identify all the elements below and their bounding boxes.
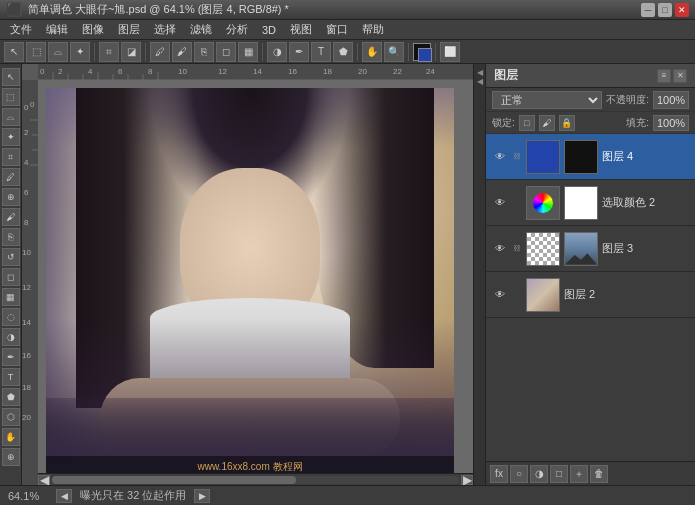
- tool-rect-select[interactable]: ⬚: [2, 88, 20, 106]
- layer-group-btn[interactable]: □: [550, 465, 568, 483]
- tool-arrow[interactable]: ↖: [4, 42, 24, 62]
- scrollbar-track-h[interactable]: [52, 476, 459, 484]
- layer-fx-btn[interactable]: fx: [490, 465, 508, 483]
- opacity-input[interactable]: 100%: [653, 91, 689, 109]
- tool-crop[interactable]: ⌗: [99, 42, 119, 62]
- menu-3d[interactable]: 3D: [256, 22, 282, 38]
- tool-marquee[interactable]: ⬚: [26, 42, 46, 62]
- menu-help[interactable]: 帮助: [356, 20, 390, 39]
- tool-crop-side[interactable]: ⌗: [2, 148, 20, 166]
- tool-zoom[interactable]: 🔍: [384, 42, 404, 62]
- menu-analyze[interactable]: 分析: [220, 20, 254, 39]
- scrollbar-thumb-h[interactable]: [52, 476, 296, 484]
- lock-transparent-btn[interactable]: □: [519, 115, 535, 131]
- menu-file[interactable]: 文件: [4, 20, 38, 39]
- svg-text:0: 0: [30, 100, 35, 109]
- layers-list[interactable]: 👁 ⛓ 图层 4 👁: [486, 134, 695, 461]
- layer-delete-btn[interactable]: 🗑: [590, 465, 608, 483]
- tool-blur[interactable]: ◌: [2, 308, 20, 326]
- layer-name-2: 图层 2: [564, 287, 689, 302]
- lock-position-btn[interactable]: 🔒: [559, 115, 575, 131]
- status-bar: 64.1% ◀ 曝光只在 32 位起作用 ▶: [0, 485, 695, 505]
- svg-text:2: 2: [58, 67, 63, 76]
- menu-edit[interactable]: 编辑: [40, 20, 74, 39]
- menu-image[interactable]: 图像: [76, 20, 110, 39]
- layer-link-3: ⛓: [512, 241, 522, 257]
- tool-screen-mode[interactable]: ⬜: [440, 42, 460, 62]
- layer-item-4[interactable]: 👁 ⛓ 图层 4: [486, 134, 695, 180]
- tool-eraser-side[interactable]: ◻: [2, 268, 20, 286]
- layer-eye-4[interactable]: 👁: [492, 149, 508, 165]
- layers-panel: 图层 ≡ ✕ 正常 不透明度: 100% 锁定: □ 🖌 🔒 填充:: [485, 64, 695, 485]
- status-left-btn[interactable]: ◀: [56, 489, 72, 503]
- tool-clone-side[interactable]: ⎘: [2, 228, 20, 246]
- h-scrollbar[interactable]: ◀ ▶: [38, 473, 473, 485]
- tool-dodge-side[interactable]: ◑: [2, 328, 20, 346]
- layer-eye-selective[interactable]: 👁: [492, 195, 508, 211]
- layer-adjustment-btn[interactable]: ◑: [530, 465, 548, 483]
- panel-collapse[interactable]: ◀◀: [473, 64, 485, 485]
- tool-magic-wand[interactable]: ✦: [70, 42, 90, 62]
- tool-shape-side[interactable]: ⬡: [2, 408, 20, 426]
- tool-brush[interactable]: 🖌: [172, 42, 192, 62]
- panel-close-btn[interactable]: ✕: [673, 69, 687, 83]
- svg-text:6: 6: [118, 67, 123, 76]
- tool-eraser[interactable]: ◻: [216, 42, 236, 62]
- layer-item-3[interactable]: 👁 ⛓ 图层 3: [486, 226, 695, 272]
- maximize-button[interactable]: □: [658, 3, 672, 17]
- tool-brush-side[interactable]: 🖌: [2, 208, 20, 226]
- scroll-left-btn[interactable]: ◀: [38, 475, 50, 485]
- layer-eye-2[interactable]: 👁: [492, 287, 508, 303]
- tool-magic-wand-side[interactable]: ✦: [2, 128, 20, 146]
- tool-pen[interactable]: ✒: [289, 42, 309, 62]
- layer-item-selective-color[interactable]: 👁 选取颜色 2: [486, 180, 695, 226]
- tool-gradient[interactable]: ▦: [238, 42, 258, 62]
- tool-move[interactable]: ↖: [2, 68, 20, 86]
- tool-lasso[interactable]: ⌓: [48, 42, 68, 62]
- canvas-wrapper[interactable]: www.16xx8.com 教程网: [38, 80, 473, 485]
- layer-thumb-4: [526, 140, 560, 174]
- layers-panel-header: 图层 ≡ ✕: [486, 64, 695, 88]
- layer-mask-4: [564, 140, 598, 174]
- menu-layer[interactable]: 图层: [112, 20, 146, 39]
- collapse-indicator[interactable]: ◀◀: [475, 68, 484, 86]
- svg-text:0: 0: [40, 67, 45, 76]
- scroll-right-btn[interactable]: ▶: [461, 475, 473, 485]
- lock-pixels-btn[interactable]: 🖌: [539, 115, 555, 131]
- tool-gradient-side[interactable]: ▦: [2, 288, 20, 306]
- fill-input[interactable]: [653, 115, 689, 131]
- tool-history[interactable]: ↺: [2, 248, 20, 266]
- tool-slice[interactable]: ◪: [121, 42, 141, 62]
- tool-text-side[interactable]: T: [2, 368, 20, 386]
- tool-eyedropper[interactable]: 🖊: [150, 42, 170, 62]
- layer-name-4: 图层 4: [602, 149, 689, 164]
- foreground-color[interactable]: [413, 43, 431, 61]
- status-right-btn[interactable]: ▶: [194, 489, 210, 503]
- menu-filter[interactable]: 滤镜: [184, 20, 218, 39]
- layer-new-btn[interactable]: ＋: [570, 465, 588, 483]
- tool-hand[interactable]: ✋: [362, 42, 382, 62]
- tool-pen-side[interactable]: ✒: [2, 348, 20, 366]
- tool-shape[interactable]: ⬟: [333, 42, 353, 62]
- layer-mask-btn[interactable]: ○: [510, 465, 528, 483]
- tool-spot-heal[interactable]: ⊕: [2, 188, 20, 206]
- tool-hand-side[interactable]: ✋: [2, 428, 20, 446]
- canvas-area[interactable]: ruler ticks 0 2 4 6 8 10 12 14 16 18 20: [22, 64, 473, 485]
- menu-window[interactable]: 窗口: [320, 20, 354, 39]
- tool-dodge[interactable]: ◑: [267, 42, 287, 62]
- layer-item-2[interactable]: 👁 图层 2: [486, 272, 695, 318]
- tool-eyedropper-side[interactable]: 🖊: [2, 168, 20, 186]
- panel-menu-btn[interactable]: ≡: [657, 69, 671, 83]
- tool-zoom-side[interactable]: ⊕: [2, 448, 20, 466]
- close-button[interactable]: ✕: [675, 3, 689, 17]
- tool-path-select[interactable]: ⬟: [2, 388, 20, 406]
- tool-clone[interactable]: ⎘: [194, 42, 214, 62]
- minimize-button[interactable]: ─: [641, 3, 655, 17]
- layer-eye-3[interactable]: 👁: [492, 241, 508, 257]
- tool-lasso-side[interactable]: ⌓: [2, 108, 20, 126]
- menu-select[interactable]: 选择: [148, 20, 182, 39]
- photo-document[interactable]: www.16xx8.com 教程网: [46, 88, 454, 478]
- blend-mode-select[interactable]: 正常: [492, 91, 602, 109]
- tool-text[interactable]: T: [311, 42, 331, 62]
- menu-view[interactable]: 视图: [284, 20, 318, 39]
